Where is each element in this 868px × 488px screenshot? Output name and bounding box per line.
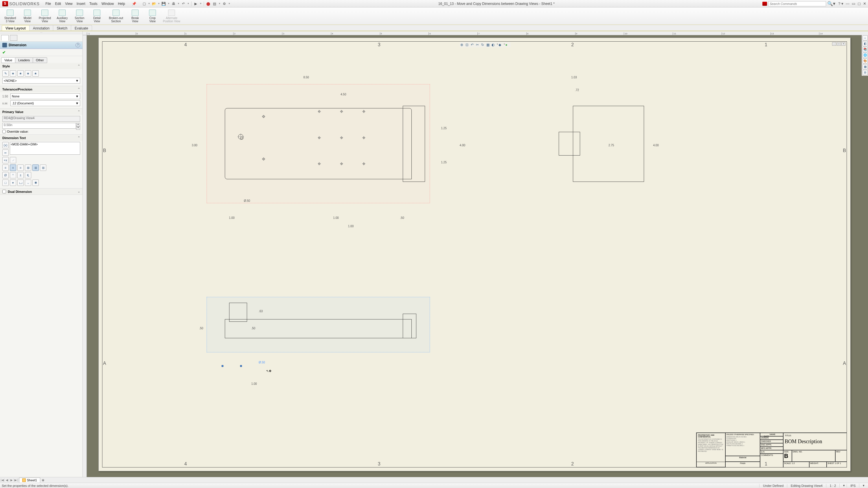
dim-dia-moving[interactable]: Ø.50 <box>259 361 265 364</box>
task-library-icon[interactable]: 📚 <box>863 47 868 52</box>
dim-850[interactable]: 8.50 <box>303 76 309 79</box>
ok-check-icon[interactable]: ✔ <box>2 50 6 55</box>
style-btn-2[interactable]: ★ <box>10 70 16 76</box>
drag-handle[interactable] <box>240 365 242 367</box>
tab-view-layout[interactable]: View Layout <box>2 25 30 31</box>
dim-450[interactable]: 4.50 <box>341 93 346 96</box>
task-home-icon[interactable]: ⌂ <box>863 35 868 40</box>
sym-library[interactable]: ✱ <box>32 180 39 186</box>
appear-icon[interactable]: ● <box>505 43 510 47</box>
dim-100c[interactable]: 1.00 <box>348 225 353 228</box>
status-menu-icon[interactable]: ▾ <box>859 484 866 487</box>
save-icon[interactable]: 💾 <box>161 1 166 6</box>
sym-diameter[interactable]: Ø <box>2 172 9 178</box>
section-icon[interactable]: ✂ <box>476 43 480 47</box>
style-btn-1[interactable]: ✎ <box>2 70 9 76</box>
menu-view[interactable]: View <box>65 2 73 6</box>
dimension-text-input[interactable]: <MOD-DIAM><DIM> <box>10 142 80 155</box>
sym-depth[interactable]: ⌴ <box>18 180 24 186</box>
broken-out-section-button[interactable]: Broken-outSection <box>106 8 126 24</box>
text-pos-btn-2[interactable]: ∞ <box>2 150 9 156</box>
drawing-view-front[interactable] <box>207 297 430 352</box>
zoom-fit-icon[interactable]: ⊕ <box>460 43 465 47</box>
justify-left[interactable]: ≡ <box>2 164 9 171</box>
dim-125b[interactable]: 1.25 <box>441 161 446 164</box>
dim-103[interactable]: 1.03 <box>571 76 577 79</box>
projected-view-button[interactable]: ProjectedView <box>36 8 53 24</box>
menu-edit[interactable]: Edit <box>55 2 61 6</box>
dual-dimension-checkbox[interactable] <box>2 190 6 193</box>
task-custom-icon[interactable]: ⊞ <box>863 70 868 75</box>
tab-sketch[interactable]: Sketch <box>53 25 71 31</box>
status-scale[interactable]: 1 : 2 <box>826 484 839 487</box>
text-pos-btn-1[interactable]: (x) <box>2 142 9 148</box>
tab-annotation[interactable]: Annotation <box>29 25 53 31</box>
sheet-nav-last[interactable]: ▶| <box>14 479 19 482</box>
dim-100d[interactable]: 1.00 <box>251 382 257 385</box>
minimize-icon[interactable]: — <box>846 1 849 6</box>
dim-100a[interactable]: 1.00 <box>229 216 235 220</box>
open-icon[interactable]: 📂 <box>151 1 157 6</box>
sym-countersink[interactable]: ⌵ <box>25 180 31 186</box>
style-dropdown[interactable]: <NONE>▼ <box>2 78 80 84</box>
status-units[interactable]: IPS <box>846 484 859 487</box>
new-icon[interactable]: ▢ <box>142 1 147 6</box>
justify-center[interactable]: ≡ <box>10 164 16 171</box>
search-icon[interactable]: 🔍▾ <box>827 1 835 6</box>
settings-icon[interactable]: ⚙ <box>222 1 227 6</box>
tab-leaders[interactable]: Leaders <box>15 57 33 63</box>
drag-handle[interactable] <box>222 365 223 367</box>
feature-tree-tab[interactable] <box>1 35 9 41</box>
menu-help[interactable]: Help <box>118 2 125 6</box>
dim-50a[interactable]: .50 <box>400 216 404 220</box>
dim-300[interactable]: 3.00 <box>192 144 197 147</box>
sym-more[interactable]: ▾ <box>10 180 16 186</box>
rebuild-icon[interactable]: ⬤ <box>206 1 211 6</box>
break-view-button[interactable]: BreakView <box>127 8 144 24</box>
doc-minimize-icon[interactable]: — <box>832 42 836 46</box>
sym-degree[interactable]: ° <box>10 172 16 178</box>
add-sheet-icon[interactable]: ◉ <box>40 478 46 482</box>
hide-icon[interactable]: ◐ <box>492 43 496 47</box>
dim-63[interactable]: .63 <box>259 310 263 313</box>
menu-file[interactable]: File <box>45 2 51 6</box>
tab-value[interactable]: Value <box>1 57 16 63</box>
sheet-nav-first[interactable]: |◀ <box>0 479 5 482</box>
collapse-icon[interactable]: ⌃ <box>78 87 80 91</box>
spin-down[interactable]: ▼ <box>76 126 80 130</box>
precision-dropdown[interactable]: .12 (Document)▼ <box>10 100 80 106</box>
dim-50c[interactable]: .50 <box>251 327 255 330</box>
tolerance-type-dropdown[interactable]: None▼ <box>10 93 80 99</box>
pin-icon[interactable]: 📌 <box>132 2 136 6</box>
detail-view-button[interactable]: DetailView <box>89 8 105 24</box>
orient-icon[interactable]: ↻ <box>481 43 486 47</box>
model-view-button[interactable]: ModelView <box>19 8 36 24</box>
options-icon[interactable]: ▤ <box>212 1 217 6</box>
crop-view-button[interactable]: CropView <box>144 8 161 24</box>
sym-centerline[interactable]: ℄ <box>25 172 31 178</box>
override-value-checkbox[interactable] <box>2 130 6 133</box>
dim-275[interactable]: 2.75 <box>609 144 614 147</box>
expand-icon[interactable]: ⌄ <box>78 190 80 193</box>
panel-help-icon[interactable]: ? <box>75 43 80 47</box>
task-palette-icon[interactable]: 🎨 <box>863 58 868 64</box>
maximize-icon[interactable]: ◻ <box>858 1 861 6</box>
dim-400b[interactable]: 4.00 <box>653 144 658 147</box>
sheet-tab-1[interactable]: Sheet1 <box>19 478 40 483</box>
dim-dia[interactable]: Ø.50 <box>244 199 250 202</box>
status-lock-icon[interactable]: ▾ <box>839 484 846 487</box>
style-btn-5[interactable]: ★ <box>32 70 39 76</box>
display-icon[interactable]: ▦ <box>486 43 491 47</box>
search-commands-input[interactable] <box>768 1 826 6</box>
justify-5[interactable]: ⊞ <box>32 164 39 171</box>
section-view-button[interactable]: SectionView <box>71 8 88 24</box>
zoom-area-icon[interactable]: ⊡ <box>466 43 470 47</box>
title-block[interactable]: PROPRIETARY AND CONFIDENTIAL THE INFORMA… <box>696 432 846 467</box>
heads-up-toolbar[interactable]: ⊕ ⊡ ↶ ✂ ↻ ▦ ◐▾ ◆▾ ● <box>460 42 511 47</box>
menu-window[interactable]: Window <box>101 2 114 6</box>
collapse-icon[interactable]: ⌃ <box>78 110 80 113</box>
sheet-nav-prev[interactable]: ◀ <box>5 479 9 482</box>
menu-tools[interactable]: Tools <box>89 2 97 6</box>
txtfmt-2[interactable]: ⟋ <box>10 157 16 163</box>
scene-icon[interactable]: ◆ <box>498 43 503 47</box>
